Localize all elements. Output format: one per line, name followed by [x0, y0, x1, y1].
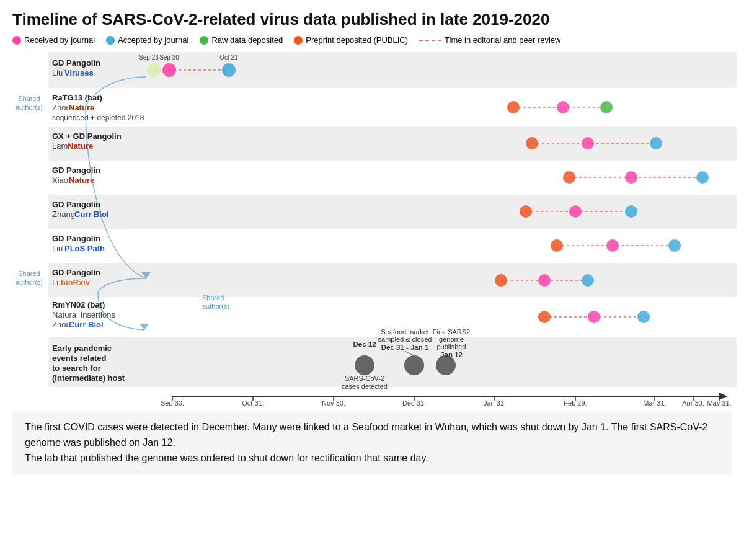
svg-text:to search for: to search for [52, 363, 101, 373]
svg-point-61 [696, 171, 709, 184]
svg-point-63 [520, 205, 532, 218]
svg-point-56 [582, 137, 594, 149]
svg-text:First SARS2: First SARS2 [433, 328, 471, 336]
received-dot [12, 36, 21, 45]
legend-review-time: Time in editorial and peer review [419, 35, 560, 45]
svg-text:Li: Li [52, 278, 58, 287]
svg-text:Viruses: Viruses [64, 68, 94, 78]
main-container: Timeline of SARS-CoV-2-related virus dat… [0, 0, 744, 481]
svg-text:Sep 23: Sep 23 [139, 54, 159, 61]
svg-text:Early pandemic: Early pandemic [52, 344, 112, 353]
bottom-text: The first COVID cases were detected in D… [12, 411, 732, 474]
svg-text:published: published [436, 343, 466, 350]
legend-preprint: Preprint deposited (PUBLIC) [294, 35, 408, 45]
svg-point-72 [538, 274, 551, 287]
legend-accepted-label: Accepted by journal [118, 35, 188, 45]
bottom-text-content: The first COVID cases were detected in D… [25, 422, 707, 463]
chart-svg: GD Pangolin Liu Viruses RaTG13 (bat) Zho… [48, 52, 737, 406]
svg-text:GD Pangolin: GD Pangolin [52, 58, 100, 68]
svg-point-51 [507, 101, 520, 113]
legend-review-label: Time in editorial and peer review [445, 35, 560, 45]
svg-text:author(s): author(s) [202, 303, 229, 310]
svg-rect-1 [48, 88, 737, 127]
svg-text:Nature: Nature [68, 141, 93, 151]
svg-point-75 [538, 311, 551, 323]
svg-point-41 [162, 63, 176, 77]
page-title: Timeline of SARS-CoV-2-related virus dat… [12, 10, 732, 29]
svg-text:sampled & closed: sampled & closed [378, 336, 432, 343]
svg-text:cases detected: cases detected [342, 383, 388, 390]
svg-point-77 [637, 311, 650, 323]
legend-preprint-label: Preprint deposited (PUBLIC) [306, 35, 408, 45]
svg-text:GD Pangolin: GD Pangolin [52, 166, 100, 175]
svg-text:PLoS Path: PLoS Path [64, 244, 105, 253]
svg-point-71 [495, 274, 507, 287]
accepted-dot [106, 36, 115, 45]
svg-text:Xiao: Xiao [52, 176, 68, 185]
svg-rect-6 [48, 263, 737, 297]
dashed-line-icon [419, 40, 441, 41]
preprint-dot [294, 36, 303, 45]
legend: Received by journal Accepted by journal … [12, 35, 732, 45]
chart-wrapper: Sharedauthor(s) Sharedauthor(s) GD Pango… [12, 52, 732, 408]
svg-text:Natural Insertions: Natural Insertions [52, 310, 115, 319]
shared-author-label-1: Sharedauthor(s) [12, 94, 46, 112]
svg-text:bioRxiv: bioRxiv [61, 278, 91, 287]
svg-point-67 [551, 239, 563, 252]
svg-text:Nature: Nature [69, 176, 94, 185]
shared-author-label-2: Sharedauthor(s) [12, 269, 46, 287]
svg-point-57 [650, 137, 662, 149]
svg-text:genome: genome [439, 336, 464, 343]
svg-text:Zhang: Zhang [52, 210, 75, 219]
svg-text:Dec 12: Dec 12 [353, 340, 376, 348]
svg-text:Liu: Liu [52, 244, 63, 253]
svg-point-68 [606, 239, 619, 252]
legend-received-label: Received by journal [24, 35, 95, 45]
svg-text:Oct 21: Oct 21 [219, 54, 238, 61]
legend-accepted: Accepted by journal [106, 35, 188, 45]
svg-point-78 [355, 355, 374, 375]
svg-point-53 [600, 101, 613, 113]
svg-text:Seafood market: Seafood market [381, 328, 429, 336]
svg-text:RmYN02 (bat): RmYN02 (bat) [52, 300, 105, 309]
svg-point-64 [569, 205, 582, 218]
legend-raw-data: Raw data deposited [200, 35, 283, 45]
svg-text:Zhou: Zhou [52, 320, 71, 329]
svg-point-59 [563, 171, 575, 184]
chart-body: GD Pangolin Liu Viruses RaTG13 (bat) Zho… [48, 52, 737, 408]
svg-text:Sep 30: Sep 30 [159, 54, 179, 61]
svg-point-42 [222, 63, 236, 77]
svg-text:GD Pangolin: GD Pangolin [52, 234, 100, 243]
svg-point-40 [147, 63, 161, 77]
svg-text:Curr Biol: Curr Biol [74, 210, 109, 219]
svg-point-73 [582, 274, 594, 287]
svg-text:sequenced + depleted 2018: sequenced + depleted 2018 [52, 113, 144, 122]
svg-point-55 [526, 137, 538, 149]
svg-text:events related: events related [52, 353, 106, 363]
svg-text:(intermediate) host: (intermediate) host [52, 373, 125, 383]
svg-point-65 [625, 205, 637, 218]
y-axis-col: Sharedauthor(s) Sharedauthor(s) [12, 52, 48, 408]
svg-text:Shared: Shared [202, 294, 224, 301]
legend-received: Received by journal [12, 35, 95, 45]
legend-raw-data-label: Raw data deposited [211, 35, 283, 45]
svg-point-79 [404, 355, 424, 375]
svg-text:Lam: Lam [52, 141, 68, 151]
svg-point-76 [588, 311, 600, 323]
svg-point-69 [668, 239, 681, 252]
svg-text:Zhou: Zhou [52, 103, 71, 112]
svg-text:Liu: Liu [52, 68, 63, 78]
svg-point-52 [557, 101, 569, 113]
svg-point-60 [625, 171, 637, 184]
svg-text:Curr Biol: Curr Biol [69, 320, 104, 329]
svg-text:Dec 31 - Jan 1: Dec 31 - Jan 1 [381, 344, 429, 351]
raw-data-dot [200, 36, 208, 45]
svg-text:Nature: Nature [69, 103, 94, 112]
svg-text:Jan 12: Jan 12 [440, 351, 463, 358]
svg-text:SARS-CoV-2: SARS-CoV-2 [345, 375, 384, 382]
svg-text:GD Pangolin: GD Pangolin [52, 268, 100, 277]
svg-text:GD Pangolin: GD Pangolin [52, 200, 100, 209]
